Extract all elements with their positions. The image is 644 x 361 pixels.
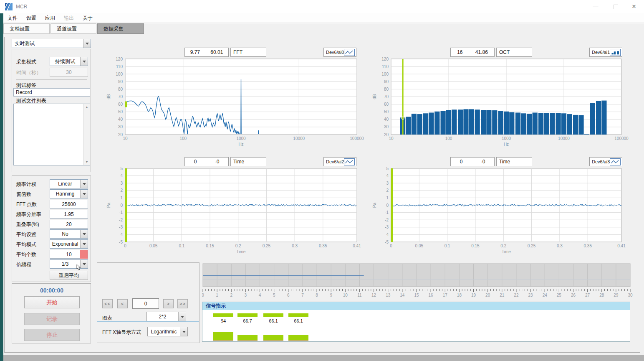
acq-mode-select[interactable]: 持续测试	[50, 57, 88, 66]
cursor-y-value: 60.01	[210, 49, 223, 55]
signal-meter-bar	[288, 335, 308, 341]
tab-document-settings[interactable]: 文档设置	[3, 23, 50, 34]
test-label-input[interactable]: Record	[13, 88, 90, 97]
analysis-settings-groupbox: 频率计权Linear窗函数HanningFFT 点数25600频率分辨率1.95…	[12, 175, 91, 282]
svg-text:25: 25	[557, 293, 562, 297]
chevron-down-icon	[83, 39, 91, 48]
svg-text:3: 3	[386, 181, 389, 186]
svg-text:0.15: 0.15	[471, 244, 480, 248]
settings-rows: 频率计权Linear窗函数HanningFFT 点数25600频率分辨率1.95…	[12, 176, 91, 282]
setting-input[interactable]: 1.95	[50, 210, 88, 219]
setting-label: 平均个数	[16, 251, 36, 258]
setting-row: 平均模式Exponential	[12, 239, 91, 249]
svg-text:11: 11	[357, 293, 362, 297]
svg-text:3: 3	[120, 181, 123, 186]
chevron-down-icon	[80, 180, 88, 188]
chart-layout-select[interactable]: 2*2	[146, 312, 186, 321]
svg-text:1000: 1000	[502, 136, 511, 141]
test-file-list[interactable]: ▲ ▼	[13, 104, 90, 165]
svg-text:100000: 100000	[350, 136, 364, 141]
signal-meter-bar	[237, 335, 258, 341]
setting-input[interactable]: 10	[50, 250, 88, 259]
svg-text:40: 40	[118, 117, 123, 122]
maximize-icon	[614, 5, 618, 9]
close-button[interactable]: ✕	[627, 2, 641, 12]
oct-chart-cell: 16 41.86 OCT Dev6/ai1 203040506070809010…	[363, 38, 638, 147]
maximize-button[interactable]	[609, 2, 622, 12]
svg-text:6: 6	[287, 293, 290, 297]
svg-text:Pa: Pa	[372, 202, 377, 208]
setting-label: 平均设置	[16, 231, 36, 238]
scroll-up-icon[interactable]: ▲	[84, 104, 90, 110]
tab-channel-settings[interactable]: 通道设置	[51, 23, 96, 34]
setting-input[interactable]: 20	[50, 220, 88, 229]
tab-bar: 文档设置 通道设置 数据采集	[0, 23, 644, 34]
acquisition-groupbox: 采集模式 持续测试 时间（秒） 30 测试标签 Record 测试文件列表 ▲ …	[12, 49, 91, 172]
minimize-button[interactable]: —	[589, 2, 602, 12]
svg-text:100: 100	[445, 136, 452, 141]
chevron-down-icon	[178, 312, 186, 321]
timeline-ruler: 0123456789101112131415161718192021222324…	[202, 263, 634, 299]
chevron-down-icon	[80, 240, 88, 248]
setting-value: Exponential	[50, 241, 80, 247]
setting-select[interactable]: No	[50, 229, 88, 239]
fft-channel-box[interactable]: Dev6/ai0	[323, 48, 356, 57]
svg-text:-1: -1	[385, 210, 389, 215]
setting-label: 重叠率(%)	[16, 221, 39, 228]
test-mode-value: 实时测试	[12, 40, 83, 47]
setting-row: 频率分辨率1.95	[12, 209, 91, 219]
line-chart-icon	[610, 158, 621, 165]
nav-next-button[interactable]: >	[163, 299, 174, 308]
start-button[interactable]: 开始	[24, 296, 80, 308]
menu-bar: 文件 设置 应用 输出 关于	[0, 13, 644, 23]
setting-select[interactable]: 1/3	[50, 259, 88, 269]
svg-text:14: 14	[400, 293, 405, 297]
setting-row: 窗函数Hanning	[12, 189, 91, 198]
svg-text:1000: 1000	[236, 136, 246, 141]
setting-value: Hanning	[50, 191, 80, 197]
signal-meters: 9466.766.166.1	[202, 302, 630, 341]
oct-channel-box[interactable]: Dev6/ai1	[589, 48, 622, 57]
nav-last-button[interactable]: >>	[177, 299, 188, 308]
menu-file[interactable]: 文件	[8, 15, 18, 22]
setting-select[interactable]: Exponential	[50, 239, 88, 249]
setting-row: FFT 点数25600	[12, 199, 91, 208]
signal-level-value: 66.1	[288, 318, 308, 323]
svg-text:120: 120	[381, 57, 389, 61]
signal-level-value: 94	[213, 318, 233, 323]
setting-label: 倍频程	[16, 261, 31, 268]
setting-label: FFT 点数	[16, 201, 37, 208]
svg-text:28: 28	[599, 293, 604, 297]
fft-axis-mode-select[interactable]: Logarithmic	[147, 327, 188, 336]
svg-text:-3: -3	[385, 225, 389, 229]
setting-row: 平均设置No	[12, 229, 91, 239]
restart-average-button[interactable]: 重启平均	[50, 271, 88, 280]
test-mode-select[interactable]: 实时测试	[12, 39, 91, 48]
setting-select[interactable]: Hanning	[50, 189, 88, 198]
cursor-x-value: 0	[460, 159, 463, 165]
scroll-down-icon[interactable]: ▼	[84, 159, 90, 165]
setting-select[interactable]: Linear	[50, 179, 88, 188]
setting-label: 频率分辨率	[16, 211, 41, 218]
nav-index-input[interactable]: 0	[132, 298, 159, 309]
menu-about[interactable]: 关于	[83, 15, 93, 22]
signal-level-bar	[237, 313, 258, 317]
oct-cursor-readout: 16 41.86	[450, 48, 495, 57]
app-logo-icon	[5, 3, 13, 10]
setting-row: 重叠率(%)20	[12, 219, 91, 229]
svg-text:Hz: Hz	[504, 142, 509, 147]
time2-channel-box[interactable]: Dev6/ai3	[589, 157, 622, 166]
svg-text:10: 10	[123, 136, 128, 141]
setting-value: No	[50, 231, 80, 237]
svg-text:60: 60	[118, 102, 123, 107]
nav-prev-button[interactable]: <	[117, 299, 128, 308]
menu-settings[interactable]: 设置	[26, 15, 36, 22]
scrollbar[interactable]: ▲ ▼	[83, 104, 90, 165]
time1-channel-box[interactable]: Dev6/ai2	[323, 157, 356, 166]
setting-input[interactable]: 25600	[50, 200, 88, 208]
app-title: MCR	[16, 4, 27, 10]
time2-cursor-readout: 0 -0	[450, 157, 495, 166]
nav-first-button[interactable]: <<	[102, 299, 113, 308]
tab-data-acquisition[interactable]: 数据采集	[97, 23, 144, 34]
menu-apply[interactable]: 应用	[45, 15, 55, 22]
